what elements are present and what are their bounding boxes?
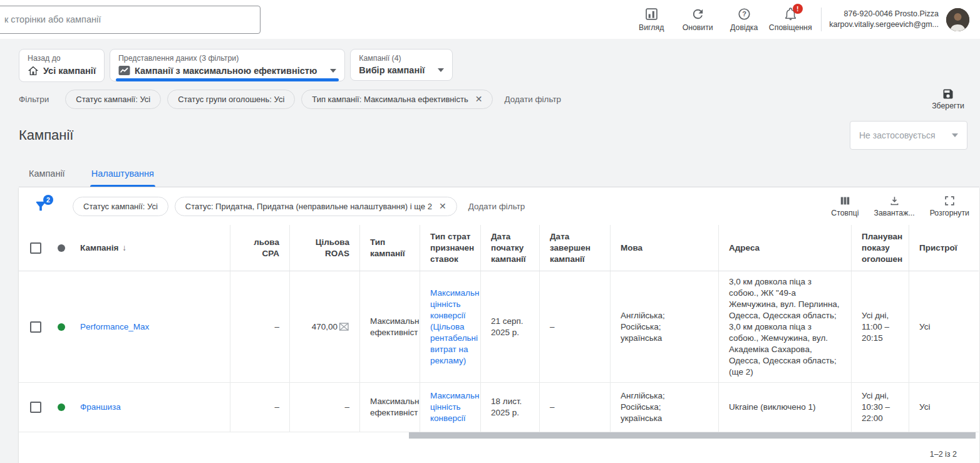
header-address[interactable]: Адреса — [719, 225, 852, 271]
pagination-label: 1–2 із 2 — [930, 450, 957, 459]
cell-address: Ukraine (виключено 1) — [719, 383, 852, 432]
campaign-link[interactable]: Performance_Max — [80, 321, 149, 333]
campaign-link[interactable]: Франшиза — [80, 402, 121, 413]
header-campaign-type[interactable]: Тип кампанії — [360, 225, 420, 271]
header-language[interactable]: Мова — [611, 225, 719, 271]
table-add-filter-button[interactable]: Додати фільтр — [468, 202, 525, 211]
table-row: Франшиза – – Максимальн ефективніст Макс… — [19, 383, 979, 432]
row-checkbox[interactable] — [30, 402, 41, 413]
columns-icon — [839, 195, 851, 207]
campaign-select-dropdown[interactable]: Кампанії (4) Вибір кампанії — [350, 49, 453, 81]
select-all-checkbox[interactable] — [30, 242, 41, 254]
avatar[interactable] — [946, 8, 969, 31]
refresh-button[interactable]: Оновити — [674, 7, 721, 32]
cell-target-roas: – — [290, 383, 360, 432]
notifications-button[interactable]: ! Сповіщення — [767, 7, 813, 32]
chevron-down-icon — [330, 69, 336, 73]
view-label: Вигляд — [639, 23, 664, 32]
refresh-icon — [691, 7, 705, 21]
table-row: Performance_Max – 470,00 Максимальн ефек… — [19, 271, 979, 383]
header-start-date[interactable]: Дата початку кампанії — [481, 225, 540, 271]
save-button[interactable]: Зберегти — [932, 88, 964, 110]
tab-bar: Кампанії Налаштування — [19, 150, 979, 187]
status-dot-enabled — [58, 403, 65, 411]
download-button[interactable]: Завантаж... — [874, 195, 915, 217]
columns-label: Стовпці — [831, 209, 859, 217]
chip-text: Статус кампанії: Усі — [76, 95, 150, 104]
cell-end-date: – — [540, 383, 611, 432]
filter-chip-campaign-status[interactable]: Статус кампанії: Усі — [65, 90, 161, 109]
cell-target-cpa: – — [230, 271, 290, 382]
bid-strategy-link[interactable]: Максимальн цінність конверсії — [420, 383, 481, 432]
chip-text: Статус групи оголошень: Усі — [178, 95, 284, 104]
remove-filter-icon[interactable]: ✕ — [475, 94, 483, 104]
download-label: Завантаж... — [874, 209, 915, 217]
back-to-all-campaigns-button[interactable]: Назад до Усі кампанії — [19, 49, 105, 82]
campaign-select-label: Кампанії (4) — [359, 54, 444, 63]
chevron-down-icon — [438, 68, 444, 72]
scrollbar-thumb[interactable] — [409, 432, 976, 439]
chip-text: Статус кампанії: Усі — [83, 202, 158, 211]
status-dot-enabled — [58, 323, 65, 331]
tab-campaigns[interactable]: Кампанії — [28, 162, 66, 187]
cell-address: 3,0 км довкола піца з собою., ЖК "49-а Ж… — [719, 271, 852, 382]
header-campaign-label[interactable]: Кампанія — [80, 242, 118, 254]
add-filter-button[interactable]: Додати фільтр — [504, 95, 561, 104]
cell-start-date: 21 серп. 2025 р. — [481, 271, 540, 382]
top-bar: Вигляд Оновити ? Довідка ! Сповіщення — [0, 0, 980, 39]
cell-campaign-type: Максимальн ефективніст — [360, 383, 420, 432]
cell-devices: Усі — [909, 271, 979, 382]
cell-campaign: Франшиза — [19, 383, 230, 432]
line-chart-icon — [118, 65, 130, 76]
settings-table: Кампанія ↓ льова CPA Цільова ROAS Тип ка… — [19, 225, 979, 432]
filter-chip-campaign-type[interactable]: Тип кампанії: Максимальна ефективність ✕ — [301, 90, 493, 109]
row-checkbox[interactable] — [30, 321, 41, 333]
filter-funnel-button[interactable]: 2 — [34, 199, 48, 213]
cell-target-cpa: – — [230, 383, 290, 432]
cell-start-date: 18 лист. 2025 р. — [481, 383, 540, 432]
header-ad-schedule[interactable]: Плануван показу оголошен — [852, 225, 909, 271]
columns-button[interactable]: Стовпці — [831, 195, 859, 217]
expand-button[interactable]: Розгорнути — [930, 195, 969, 217]
sort-descending-icon: ↓ — [122, 242, 126, 254]
filter-chip-adgroup-status[interactable]: Статус групи оголошень: Усі — [167, 90, 295, 109]
cell-end-date: – — [540, 271, 611, 382]
account-info[interactable]: 876-920-0046 Prosto.Pizza karpov.vitaliy… — [829, 9, 939, 30]
heading-row: Кампанії Не застосовується — [0, 110, 980, 150]
page-title: Кампанії — [19, 127, 73, 143]
table-filter-chip-eligibility[interactable]: Статус: Придатна, Придатна (неправильне … — [175, 197, 457, 216]
data-view-value: Кампанії з максимальною ефективністю — [135, 66, 317, 76]
active-view-underline — [116, 78, 339, 81]
apply-dropdown[interactable]: Не застосовується — [850, 121, 967, 150]
chevron-down-icon — [952, 133, 958, 137]
home-icon — [28, 65, 39, 76]
cell-language: Англійська; Російська; українська — [611, 271, 719, 382]
table-filter-chip-status[interactable]: Статус кампанії: Усі — [73, 197, 168, 216]
chip-text: Статус: Придатна, Придатна (неправильне … — [185, 202, 432, 211]
header-end-date[interactable]: Дата завершен кампанії — [540, 225, 611, 271]
cell-campaign-type: Максимальн ефективніст — [360, 271, 420, 382]
search-input[interactable] — [0, 6, 260, 34]
save-icon — [942, 88, 954, 100]
edit-value-icon[interactable] — [339, 322, 349, 331]
download-icon — [889, 195, 900, 207]
header-target-cpa[interactable]: льова CPA — [230, 225, 290, 271]
data-view-label: Представлення даних (3 фільтри) — [118, 54, 336, 63]
account-email: karpov.vitaliy.sergeevich@gm... — [829, 19, 939, 30]
header-devices[interactable]: Пристрої — [909, 225, 979, 271]
data-view-dropdown[interactable]: Представлення даних (3 фільтри) Кампанії… — [110, 49, 345, 81]
expand-label: Розгорнути — [930, 209, 969, 217]
nav-row: Назад до Усі кампанії Представлення дани… — [0, 39, 980, 82]
topbar-actions: Вигляд Оновити ? Довідка ! Сповіщення — [628, 7, 813, 32]
header-target-roas[interactable]: Цільова ROAS — [290, 225, 360, 271]
header-bid-strategy-type[interactable]: Тип страт призначен ставок — [420, 225, 481, 271]
view-button[interactable]: Вигляд — [628, 7, 674, 32]
bid-strategy-link[interactable]: Максимальн цінність конверсії (Цільова р… — [420, 271, 481, 382]
tab-settings[interactable]: Налаштування — [90, 162, 155, 187]
filters-label: Фільтри — [19, 95, 49, 104]
help-button[interactable]: ? Довідка — [721, 7, 767, 32]
cell-language: Англійська; Російська; українська — [611, 383, 719, 432]
topbar-divider — [821, 8, 822, 31]
remove-filter-icon[interactable]: ✕ — [439, 201, 446, 211]
filter-count-badge: 2 — [43, 195, 53, 205]
